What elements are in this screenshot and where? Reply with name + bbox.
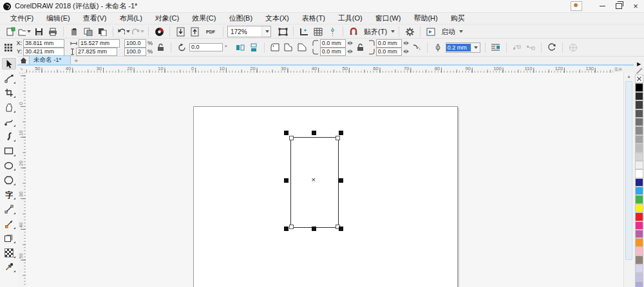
import-button[interactable] — [174, 26, 187, 37]
sign-in-icon[interactable] — [571, 1, 582, 11]
connector-tool[interactable] — [2, 218, 16, 230]
color-swatch-9[interactable] — [635, 161, 643, 169]
color-swatch-3[interactable] — [635, 109, 643, 118]
corner-radius-bl-field[interactable]: 0.0 mm — [320, 48, 346, 56]
minimize-button[interactable] — [594, 0, 611, 12]
menu-item-5[interactable]: 效果(C) — [185, 13, 222, 24]
refresh-icon[interactable] — [546, 42, 558, 53]
color-swatch-16[interactable] — [635, 221, 643, 230]
corner-bl-stepper[interactable] — [347, 50, 353, 53]
color-swatch-18[interactable] — [635, 238, 643, 246]
home-icon[interactable] — [17, 56, 29, 64]
mirror-horizontal-button[interactable] — [234, 42, 246, 53]
selection-handle-ne[interactable] — [339, 131, 343, 135]
menu-item-9[interactable]: 工具(O) — [332, 13, 369, 24]
full-screen-preview-button[interactable] — [276, 26, 289, 37]
color-swatch-0[interactable] — [635, 83, 643, 91]
color-swatch-20[interactable] — [635, 255, 643, 264]
color-swatch-8[interactable] — [635, 153, 643, 161]
shape-tool[interactable] — [2, 73, 16, 84]
close-button[interactable]: × — [627, 0, 644, 12]
selection-handle-w[interactable] — [284, 178, 289, 183]
menu-item-1[interactable]: 编辑(E) — [40, 13, 77, 24]
round-corner-button[interactable] — [269, 42, 281, 53]
drop-shadow-tool[interactable] — [2, 232, 16, 244]
relative-corner-lock-button[interactable] — [355, 42, 366, 53]
scale-v-field[interactable]: 100.0 — [124, 48, 146, 56]
new-tab-button[interactable]: + — [71, 57, 81, 64]
color-swatch-6[interactable] — [635, 135, 643, 144]
scrollbar-thumb[interactable] — [625, 81, 632, 260]
chamfered-corner-button[interactable] — [296, 42, 308, 53]
rectangle-tool[interactable] — [2, 145, 16, 157]
export-button[interactable] — [188, 26, 201, 37]
color-swatch-15[interactable] — [635, 212, 643, 221]
polygon-tool[interactable] — [2, 174, 16, 186]
zoom-dropdown-icon[interactable] — [261, 26, 270, 37]
color-swatch-22[interactable] — [635, 273, 643, 281]
eyedropper-tool[interactable] — [2, 261, 16, 273]
snap-to-label[interactable]: 贴齐(T) — [364, 27, 387, 37]
dimension-tool[interactable] — [2, 203, 16, 215]
color-swatch-11[interactable] — [635, 178, 643, 187]
menu-item-11[interactable]: 帮助(H) — [407, 13, 444, 24]
color-swatch-7[interactable] — [635, 144, 643, 152]
selection-handle-nw[interactable] — [284, 131, 289, 135]
pan-tool[interactable] — [2, 102, 16, 113]
color-swatch-14[interactable] — [635, 204, 643, 212]
lock-ratio-button[interactable] — [155, 42, 166, 53]
color-swatch-12[interactable] — [635, 187, 643, 195]
undo-button[interactable] — [117, 26, 130, 37]
color-swatch-21[interactable] — [635, 264, 643, 273]
show-rulers-button[interactable] — [298, 26, 310, 37]
palette-eyedropper-icon[interactable] — [636, 68, 643, 75]
show-grid-button[interactable] — [312, 26, 325, 37]
color-swatch-2[interactable] — [635, 100, 643, 109]
print-button[interactable] — [46, 26, 59, 37]
save-button[interactable] — [32, 26, 45, 37]
color-swatch-10[interactable] — [635, 169, 643, 178]
object-width-field[interactable]: 15.527 mm — [79, 39, 120, 48]
rotation-angle-field[interactable]: 0.0 — [189, 43, 223, 51]
corner-br-stepper[interactable] — [403, 50, 409, 53]
menu-item-12[interactable]: 购买 — [444, 13, 471, 24]
color-swatch-17[interactable] — [635, 230, 643, 238]
scalloped-corner-button[interactable] — [283, 42, 294, 53]
cut-button[interactable] — [68, 26, 80, 37]
selection-handle-sw[interactable] — [284, 227, 289, 231]
vertical-ruler[interactable]: 1001020304050 — [17, 73, 26, 287]
selection-handle-s[interactable] — [312, 227, 316, 231]
object-center-marker[interactable]: × — [311, 176, 316, 183]
selection-handle-e[interactable] — [339, 178, 343, 183]
search-content-button[interactable] — [153, 26, 166, 37]
menu-item-4[interactable]: 对象(C) — [149, 13, 185, 24]
menu-item-6[interactable]: 位图(B) — [222, 13, 259, 24]
corner-node[interactable] — [336, 136, 340, 140]
open-button[interactable] — [18, 26, 31, 37]
outline-width-combo[interactable]: 0.2 mm — [446, 42, 480, 53]
menu-item-0[interactable]: 文件(F) — [4, 13, 40, 24]
wrap-text-button[interactable] — [490, 42, 502, 53]
vertical-scrollbar[interactable]: ▲ — [623, 73, 634, 287]
new-document-button[interactable] — [4, 26, 17, 37]
corner-radius-tr-field[interactable]: 0.0 mm — [376, 39, 402, 48]
color-swatch-4[interactable] — [635, 118, 643, 126]
color-swatch-23[interactable] — [635, 281, 643, 287]
menu-item-8[interactable]: 表格(T) — [296, 13, 332, 24]
ellipse-tool[interactable] — [2, 160, 16, 171]
color-swatch-19[interactable] — [635, 247, 643, 255]
corner-tr-stepper[interactable] — [403, 41, 409, 45]
y-position-field[interactable]: 30.421 mm — [23, 48, 64, 56]
pick-tool[interactable] — [2, 58, 16, 69]
restore-button[interactable] — [611, 0, 627, 12]
snap-dropdown-icon[interactable] — [391, 30, 395, 33]
corner-radius-tl-field[interactable]: 0.0 mm — [320, 39, 346, 48]
selection-handle-se[interactable] — [339, 227, 343, 231]
no-color-swatch[interactable] — [635, 75, 643, 83]
launch-dropdown-icon[interactable] — [459, 30, 463, 33]
color-swatch-13[interactable] — [635, 195, 643, 203]
menu-item-7[interactable]: 文本(X) — [259, 13, 296, 24]
text-tool[interactable]: 字 — [2, 189, 16, 200]
color-swatch-5[interactable] — [635, 126, 643, 134]
freehand-tool[interactable] — [2, 116, 16, 127]
